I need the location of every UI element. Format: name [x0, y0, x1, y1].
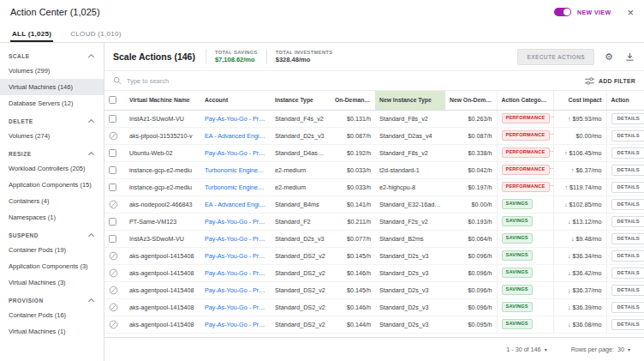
account-link[interactable]: Pay-As-You-Go - Produ — [205, 321, 269, 328]
sidebar-group-provision[interactable]: PROVISION — [0, 291, 104, 307]
table-row[interactable]: aks-ptpool-31535210-vEA - Advanced Engin… — [104, 127, 644, 144]
sidebar-item-virtual-machines-3[interactable]: Virtual Machines (3) — [0, 274, 104, 291]
sidebar-group-delete[interactable]: DELETE — [0, 111, 104, 128]
page-range-selector[interactable]: 1 - 30 of 146 ▾ — [506, 346, 546, 353]
new-on-demand-cost-cell: $0.095/h — [445, 316, 497, 333]
sidebar-item-workload-controllers-205[interactable]: Workload Controllers (205) — [0, 160, 104, 177]
column-header-new-instance-type[interactable]: New Instance Type — [375, 91, 445, 110]
account-link[interactable]: Turbonomic Engineering — [205, 166, 271, 174]
select-all-checkbox[interactable] — [109, 96, 116, 104]
table-row[interactable]: InstAz3-SDwoM-VUPay-As-You-Go - ProduSta… — [104, 230, 644, 247]
column-header-account[interactable]: Account — [200, 91, 271, 110]
details-button[interactable]: DETAILS — [611, 319, 644, 330]
column-header-virtual-machine-name[interactable]: Virtual Machine Name — [125, 91, 200, 110]
sidebar-item-container-pods-19[interactable]: Container Pods (19) — [0, 242, 104, 258]
tab-cloud[interactable]: CLOUD (1,010) — [69, 27, 122, 42]
account-link[interactable]: Pay-As-You-Go - Produ — [205, 252, 269, 260]
cost-impact-cell: ↓$36.34/mo — [553, 247, 606, 264]
vm-name-cell: aks-ptpool-31535210-v — [125, 127, 200, 144]
account-link[interactable]: Pay-As-You-Go - Produ — [205, 149, 269, 157]
row-checkbox[interactable] — [109, 149, 116, 157]
row-checkbox[interactable] — [109, 115, 116, 123]
sidebar-item-volumes-274[interactable]: Volumes (274) — [0, 128, 104, 144]
new-on-demand-cost-cell: $0.263/h — [445, 110, 497, 127]
sidebar-group-resize[interactable]: RESIZE — [0, 144, 104, 160]
sidebar-group-scale[interactable]: SCALE — [0, 46, 104, 63]
account-link[interactable]: Pay-As-You-Go - Produ — [205, 304, 269, 311]
table-row[interactable]: aks-nodepool2-466843EA - Advanced Engine… — [104, 196, 644, 213]
account-link[interactable]: Pay-As-You-Go - Produ — [205, 218, 269, 226]
row-select-cell — [104, 281, 125, 298]
sidebar-item-database-servers-12[interactable]: Database Servers (12) — [0, 95, 104, 111]
arrow-up-icon: ↑ — [564, 184, 568, 191]
new-instance-type-cell: e2-highcpu-8 — [375, 178, 445, 196]
row-checkbox[interactable] — [109, 184, 116, 191]
gear-icon[interactable]: ⚙ — [603, 51, 615, 63]
column-header-on-demand-cost[interactable]: On-Demand Cost — [331, 91, 375, 110]
sidebar-item-namespaces-1[interactable]: Namespaces (1) — [0, 209, 104, 226]
column-header-instance-type[interactable]: Instance Type — [271, 91, 331, 110]
sidebar-item-volumes-299[interactable]: Volumes (299) — [0, 63, 104, 79]
search-input[interactable] — [127, 77, 315, 85]
table-row[interactable]: Ubuntu-Web-02Pay-As-You-Go - ProduStanda… — [104, 144, 644, 161]
table-row[interactable]: InstAz1-SUwoM-VUPay-As-You-Go - ProduSta… — [104, 110, 644, 127]
details-button[interactable]: DETAILS — [611, 285, 644, 296]
details-button[interactable]: DETAILS — [611, 199, 644, 210]
row-checkbox[interactable] — [109, 235, 116, 243]
details-button[interactable]: DETAILS — [611, 216, 644, 227]
account-link[interactable]: Turbonomic Engineering — [205, 184, 271, 191]
details-button[interactable]: DETAILS — [611, 268, 644, 279]
table-row[interactable]: aks-agentpool-1415408Pay-As-You-Go - Pro… — [104, 264, 644, 281]
not-executable-icon — [109, 286, 118, 295]
column-header-action-category[interactable]: Action Category↑ — [497, 91, 553, 110]
table-row[interactable]: PT-Same-VM123Pay-As-You-Go - ProduStanda… — [104, 213, 644, 230]
new-on-demand-cost-cell: $0.00/h — [445, 196, 497, 213]
details-button[interactable]: DETAILS — [611, 130, 644, 141]
close-icon[interactable]: × — [627, 7, 634, 18]
column-header-action[interactable]: Action — [606, 91, 644, 110]
details-button[interactable]: DETAILS — [611, 250, 644, 262]
table-row[interactable]: aks-agentpool-1415408Pay-As-You-Go - Pro… — [104, 316, 644, 333]
table-row[interactable]: instance-gcp-e2-mediuTurbonomic Engineer… — [104, 161, 644, 178]
vm-name-cell: aks-agentpool-1415408 — [125, 316, 200, 333]
table-row[interactable]: aks-agentpool-1415408Pay-As-You-Go - Pro… — [104, 281, 644, 298]
cost-impact-cell: ↓$36.08/mo — [553, 316, 606, 333]
account-link[interactable]: EA - Advanced Enginee — [205, 201, 270, 208]
account-link[interactable]: Pay-As-You-Go - Produ — [205, 286, 269, 294]
details-button[interactable]: DETAILS — [611, 165, 644, 176]
sidebar-group-suspend[interactable]: SUSPEND — [0, 226, 104, 242]
sidebar-item-virtual-machines-146[interactable]: Virtual Machines (146) — [0, 79, 104, 95]
table-row[interactable]: aks-agentpool-1415408Pay-As-You-Go - Pro… — [104, 247, 644, 264]
account-cell: Pay-As-You-Go - Produ — [200, 213, 271, 230]
sidebar-item-application-components-3[interactable]: Application Components (3) — [0, 258, 104, 274]
sidebar-item-container-pods-16[interactable]: Container Pods (16) — [0, 307, 104, 323]
details-button[interactable]: DETAILS — [611, 147, 644, 159]
account-link[interactable]: Pay-As-You-Go - Produ — [205, 269, 269, 277]
execute-actions-button[interactable]: EXECUTE ACTIONS — [517, 49, 594, 65]
cost-impact-cell: ↑$119.74/mo — [553, 178, 606, 196]
sidebar-item-containers-4[interactable]: Containers (4) — [0, 193, 104, 209]
account-link[interactable]: EA - Advanced Enginee — [205, 132, 270, 140]
rows-per-page-selector[interactable]: Rows per page: 30 ▾ — [571, 346, 630, 353]
download-icon[interactable] — [623, 51, 635, 63]
vm-name-cell: aks-agentpool-1415408 — [125, 298, 200, 316]
search-icon — [113, 76, 122, 85]
table-body: InstAz1-SUwoM-VUPay-As-You-Go - ProduSta… — [104, 110, 644, 333]
details-button[interactable]: DETAILS — [611, 113, 644, 124]
row-checkbox[interactable] — [109, 166, 116, 174]
tab-all[interactable]: ALL (1,025) — [10, 27, 53, 42]
add-filter-button[interactable]: ADD FILTER — [585, 77, 635, 85]
row-checkbox[interactable] — [109, 218, 116, 226]
new-view-toggle[interactable] — [554, 8, 571, 16]
details-button[interactable]: DETAILS — [611, 182, 644, 193]
column-header-cost-impact[interactable]: Cost Impact — [553, 91, 606, 110]
table-row[interactable]: aks-agentpool-1415408Pay-As-You-Go - Pro… — [104, 298, 644, 316]
details-button[interactable]: DETAILS — [611, 233, 644, 244]
account-link[interactable]: Pay-As-You-Go - Produ — [205, 235, 269, 243]
column-header-new-on-demand-cost[interactable]: New On-Demand Cost — [445, 91, 497, 110]
table-row[interactable]: instance-gcp-e2-mediuTurbonomic Engineer… — [104, 178, 644, 196]
account-link[interactable]: Pay-As-You-Go - Produ — [205, 115, 269, 123]
details-button[interactable]: DETAILS — [611, 302, 644, 313]
sidebar-item-virtual-machines-1[interactable]: Virtual Machines (1) — [0, 323, 104, 340]
sidebar-item-application-components-15[interactable]: Application Components (15) — [0, 177, 104, 193]
